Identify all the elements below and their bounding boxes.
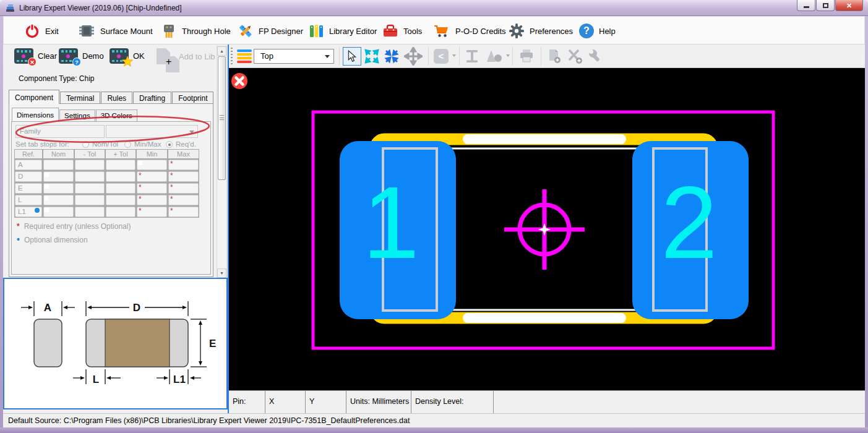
row-l-nom-input: [43, 195, 74, 205]
row-a-ref: A: [15, 160, 42, 170]
subtab-strip: Dimensions Settings 3D Colors: [12, 108, 138, 121]
pod-credits-button[interactable]: P-O-D Credits: [433, 22, 506, 40]
clear-icon: ✕: [14, 48, 33, 64]
minimize-button[interactable]: [797, 0, 815, 11]
preferences-button[interactable]: Preferences: [509, 22, 573, 40]
cone-sphere-icon: [486, 48, 503, 64]
tab-terminal[interactable]: Terminal: [60, 92, 100, 104]
dim-label-a: A: [44, 302, 51, 314]
layer-select-value: Top: [254, 49, 333, 63]
tab-stops-row: Set tab stops for: Nom/Tol Min/Max Req'd…: [15, 140, 207, 149]
row-l1-min-input: *: [137, 207, 167, 217]
wrench-icon: [588, 48, 604, 64]
library-editor-button[interactable]: Library Editor: [309, 22, 377, 40]
demo-icon: ?: [59, 48, 78, 64]
zoom-window-button[interactable]: [382, 47, 401, 66]
col-header-nom: Nom: [43, 150, 74, 158]
maximize-icon: [823, 3, 828, 8]
subtab-settings[interactable]: Settings: [59, 109, 95, 121]
layer-select[interactable]: Top: [254, 49, 334, 64]
exit-button[interactable]: Exit: [24, 22, 59, 40]
zoom-extents-button[interactable]: [363, 47, 381, 66]
tab-component[interactable]: Component: [9, 90, 59, 104]
subtab-3d-colors[interactable]: 3D Colors: [96, 109, 137, 121]
title-bar: Library Expert Viewer (2019.06) [Chip-Un…: [0, 0, 868, 16]
component-type-label: Component Type: Chip: [19, 74, 95, 83]
cart-icon: [433, 23, 450, 39]
through-hole-label: Through Hole: [182, 27, 231, 36]
chip-body-center: [105, 319, 170, 367]
chevron-down-icon: [325, 55, 330, 58]
tab-drafting[interactable]: Drafting: [133, 92, 171, 104]
tab-footprint[interactable]: Footprint: [172, 92, 213, 104]
help-button[interactable]: ? Help: [579, 22, 616, 40]
dim-label-d: D: [133, 302, 140, 314]
row-l1-neg-tol-input: [75, 207, 105, 217]
dimensions-table: Ref. Nom - Tol + Tol Min Max A * D: [14, 149, 199, 218]
subtab-dimensions[interactable]: Dimensions: [12, 108, 59, 121]
view-3d-button: [484, 47, 505, 66]
viewer-close-button[interactable]: [231, 73, 247, 89]
transistor-icon: [161, 23, 177, 39]
new-document-button: [544, 47, 563, 66]
window-border-right: [865, 16, 868, 427]
surface-mount-button[interactable]: Surface Mount: [78, 22, 153, 40]
add-to-lib-button: + Add to Lib: [157, 48, 215, 64]
preferences-label: Preferences: [530, 27, 573, 36]
row-a-neg-tol-input: [75, 160, 105, 170]
plus-badge: +: [166, 56, 179, 72]
select-cursor-button[interactable]: [343, 47, 361, 66]
chip-end-view: [34, 319, 62, 367]
scroll-down-button[interactable]: ▼: [217, 268, 226, 278]
radio-reqd-label: Req'd.: [176, 140, 196, 148]
tab-stops-label: Set tab stops for:: [15, 140, 69, 148]
demo-question-badge: ?: [72, 58, 81, 66]
footprint-canvas[interactable]: 1 2: [229, 68, 865, 390]
view-3d-dropdown: [506, 54, 510, 57]
toolbar-drag-handle[interactable]: [231, 48, 233, 65]
fp-designer-button[interactable]: FP Designer: [238, 22, 303, 40]
measure-button: [463, 47, 481, 66]
family-label: Family: [15, 125, 105, 138]
radio-nom-tol: [82, 141, 89, 148]
chip-dimension-diagram: A D E L L1: [4, 279, 226, 408]
col-header-neg-tol: - Tol: [75, 150, 105, 158]
ok-button[interactable]: OK: [110, 48, 145, 64]
tools-button[interactable]: Tools: [382, 22, 422, 40]
ok-icon: [110, 48, 129, 64]
radio-reqd: [166, 141, 173, 148]
scrollbar-thumb[interactable]: [218, 56, 226, 180]
layers-icon: [236, 49, 252, 64]
pad-2-number: 2: [661, 166, 718, 280]
col-header-pos-tol: + Tol: [106, 150, 135, 158]
gear-icon: [509, 23, 525, 39]
radio-min-max-label: Min/Max: [134, 140, 161, 148]
app-icon: [6, 3, 15, 13]
row-d-pos-tol-input: [106, 171, 135, 182]
tab-rules[interactable]: Rules: [101, 92, 132, 104]
pencil-ruler-icon: [238, 23, 254, 39]
component-tab-panel: Dimensions Settings 3D Colors Family Set…: [9, 103, 213, 277]
maximize-button[interactable]: [816, 0, 835, 11]
demo-button[interactable]: ? Demo: [59, 48, 104, 64]
scissors-icon: [567, 48, 583, 64]
row-a-min-input: [137, 160, 167, 170]
row-l1-max-input: *: [168, 207, 199, 217]
close-icon: ✕: [846, 1, 852, 11]
default-source-bar: Default Source: C:\Program Files (x86)\P…: [3, 413, 865, 427]
back-arrow-icon: <: [434, 49, 449, 64]
optional-dot-icon: [35, 208, 40, 213]
scroll-up-button[interactable]: ▲: [217, 46, 226, 56]
close-button[interactable]: ✕: [835, 0, 863, 11]
row-d-ref: D: [15, 171, 42, 182]
row-e-ref: E: [15, 183, 42, 194]
clear-button[interactable]: ✕ Clear: [14, 48, 57, 64]
through-hole-button[interactable]: Through Hole: [161, 22, 231, 40]
main-toolbar: Exit Surface Mount Through Hole: [3, 16, 865, 45]
exit-label: Exit: [45, 27, 59, 36]
left-panel-scrollbar[interactable]: ▲ ▼: [217, 46, 227, 278]
row-d-neg-tol-input: [75, 171, 105, 182]
help-icon: ?: [579, 24, 594, 38]
surface-mount-label: Surface Mount: [100, 27, 153, 36]
pan-button[interactable]: [402, 47, 424, 66]
